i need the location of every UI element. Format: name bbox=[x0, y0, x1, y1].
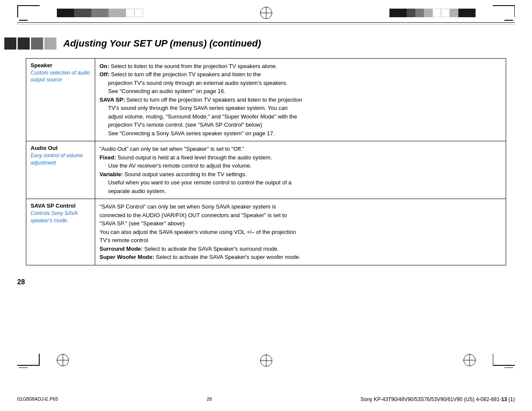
sava-line3: "SAVA SP." (see "Speaker" above) bbox=[100, 220, 185, 227]
footer-product-info: Sony KP-43T90/48V90/53S76/53V90/61V90 (U… bbox=[361, 396, 515, 402]
table-row: Speaker Custom selection of audio output… bbox=[26, 58, 506, 141]
sava-line5: TV's remote control. bbox=[100, 237, 149, 243]
speaker-sava-indent3: projection TV's remote control. (see "SA… bbox=[100, 121, 501, 129]
audioout-fixed: Fixed: Sound output is held at a fixed l… bbox=[100, 154, 272, 161]
top-crosshair bbox=[260, 7, 272, 19]
page-title: Adjusting Your SET UP (menus) (continued… bbox=[63, 38, 261, 49]
sava-content-cell: "SAVA SP Control" can only be set when S… bbox=[95, 199, 506, 265]
speaker-off-indent1: projection TV's sound only through an ex… bbox=[100, 79, 501, 87]
sava-line4: You can also adjust the SAVA speaker's v… bbox=[100, 229, 296, 235]
speaker-content-cell: On: Select to listen to the sound from t… bbox=[95, 58, 506, 141]
sava-surround: Surround Mode: Select to activate the SA… bbox=[100, 246, 279, 252]
audioout-subtitle: Easy control of volume adjustment bbox=[31, 152, 90, 167]
table-row: SAVA SP Control Controls Sony SAVA speak… bbox=[26, 199, 506, 265]
checker-strip-right bbox=[389, 9, 476, 17]
checker-strip-left bbox=[57, 9, 143, 17]
speaker-label-cell: Speaker Custom selection of audio output… bbox=[26, 58, 95, 141]
footer-page-num: 28 bbox=[207, 396, 212, 402]
speaker-sava-text: SAVA SP: Select to turn off the projecti… bbox=[100, 97, 302, 103]
speaker-sava-indent4: See "Connecting a Sony SAVA series speak… bbox=[100, 129, 501, 138]
audioout-content-cell: "Audio Out" can only be set when "Speake… bbox=[95, 141, 506, 199]
audioout-title: Audio Out bbox=[31, 145, 90, 151]
table-row: Audio Out Easy control of volume adjustm… bbox=[26, 141, 506, 199]
top-rule bbox=[17, 22, 515, 23]
audioout-variable: Variable: Sound output varies according … bbox=[100, 171, 247, 177]
bottom-center-crosshair bbox=[260, 355, 272, 367]
speaker-sava-indent1: TV's sound only through the Sony SAVA se… bbox=[100, 104, 501, 112]
audioout-fixed-indent: Use the AV receiver's remote control to … bbox=[100, 162, 501, 170]
bottom-right-crosshair bbox=[464, 354, 476, 366]
sava-super: Super Woofer Mode: Select to activate th… bbox=[100, 254, 300, 260]
audioout-line1: "Audio Out" can only be set when "Speake… bbox=[100, 146, 244, 152]
page-title-area: Adjusting Your SET UP (menus) (continued… bbox=[0, 37, 532, 50]
sava-subtitle: Controls Sony SAVA speaker's mode. bbox=[31, 210, 90, 224]
speaker-title: Speaker bbox=[31, 62, 90, 68]
sava-line1: "SAVA SP Control" can only be set when S… bbox=[100, 203, 276, 210]
speaker-subtitle: Custom selection of audio output source bbox=[31, 69, 90, 84]
sava-label-cell: SAVA SP Control Controls Sony SAVA speak… bbox=[26, 199, 95, 265]
speaker-off-indent2: See "Connecting an audio system" on page… bbox=[100, 87, 501, 96]
speaker-sava-indent2: adjust volume, muting, "Surround Mode," … bbox=[100, 112, 501, 121]
sava-title: SAVA SP Control bbox=[31, 202, 90, 209]
top-rule-2 bbox=[17, 24, 515, 25]
footer-filename: 01GB08ADJ-E.P65 bbox=[17, 396, 58, 402]
bottom-left-crosshair bbox=[57, 354, 69, 366]
content-table: Speaker Custom selection of audio output… bbox=[26, 58, 506, 265]
audioout-variable-indent1: Useful when you want to use your remote … bbox=[100, 178, 501, 187]
footer-product-suffix: (1) bbox=[507, 396, 515, 402]
speaker-off-text: Off: Select to turn off the projection T… bbox=[100, 71, 261, 78]
speaker-on-text: On: Select to listen to the sound from t… bbox=[100, 63, 277, 69]
footer-product-prefix: Sony KP-43T90/48V90/53S76/53V90/61V90 (U… bbox=[361, 396, 501, 402]
audioout-variable-indent2: separate audio system. bbox=[100, 187, 501, 196]
audioout-label-cell: Audio Out Easy control of volume adjustm… bbox=[26, 141, 95, 199]
sava-line2: connected to the AUDIO (VAR/FIX) OUT con… bbox=[100, 212, 287, 218]
footer-product-num: 13 bbox=[501, 396, 507, 402]
footer: 01GB08ADJ-E.P65 28 Sony KP-43T90/48V90/5… bbox=[0, 396, 532, 402]
title-icon bbox=[4, 37, 56, 50]
page-number: 28 bbox=[0, 265, 532, 290]
